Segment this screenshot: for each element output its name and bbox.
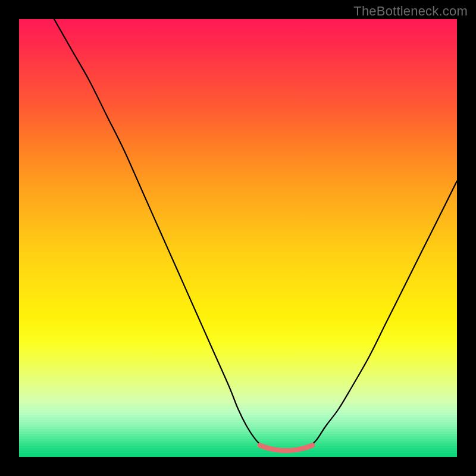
watermark-text: TheBottleneck.com	[353, 4, 468, 19]
chart-frame: TheBottleneck.com	[0, 0, 476, 476]
plot-area	[19, 19, 457, 457]
background-gradient	[19, 19, 457, 457]
